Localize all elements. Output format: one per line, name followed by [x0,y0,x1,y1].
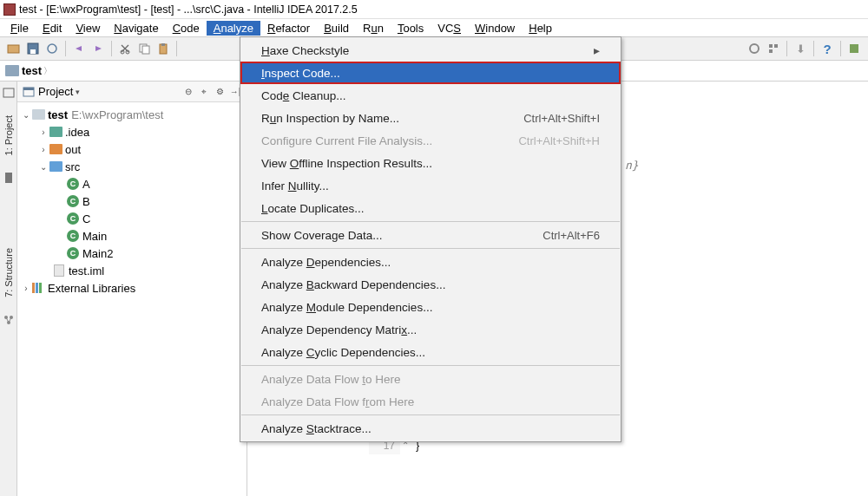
menu-refactor[interactable]: Refactor [260,21,317,36]
tree-node-class[interactable]: CA [17,175,247,193]
help-icon[interactable]: ? [819,40,836,57]
svg-rect-7 [142,46,149,54]
svg-rect-14 [850,44,858,53]
undo-icon[interactable] [70,40,88,57]
menu-code[interactable]: Code [166,21,207,36]
structure-tool-icon[interactable] [3,314,15,326]
left-gutter: 1: Project 7: Structure [0,82,17,496]
menu-edit[interactable]: Edit [36,21,69,36]
toolbar-separator [840,41,841,56]
folder-icon [49,127,62,137]
save-icon[interactable] [24,40,42,57]
toolbar-separator [786,41,787,56]
menu-item-infer-nullity[interactable]: Infer Nullity... [240,174,621,197]
menu-item-show-coverage[interactable]: Show Coverage Data...Ctrl+Alt+F6 [240,224,621,246]
tree-node-class[interactable]: CC [17,210,247,227]
svg-rect-15 [3,88,14,97]
menu-item-haxe-checkstyle[interactable]: Haxe Checkstyle▸ [240,39,621,62]
menu-file[interactable]: File [3,21,36,36]
window-title: test - [E:\wxProgram\test] - [test] - ..… [19,3,358,16]
shortcut-label: Ctrl+Alt+Shift+H [518,134,600,147]
tree-node-class[interactable]: CB [17,193,247,210]
toolbar-separator [111,41,112,56]
menu-run[interactable]: Run [356,21,391,36]
project-tab[interactable]: 1: Project [3,112,14,159]
expand-toggle[interactable]: › [38,127,49,137]
menu-item-data-flow-to: Analyze Data Flow to Here [240,368,621,390]
svg-point-10 [750,44,759,53]
expand-toggle[interactable]: › [21,284,31,293]
tree-label: B [82,195,90,208]
folder-icon [5,65,19,76]
settings-icon[interactable] [746,40,763,57]
menu-item-inspect-code[interactable]: Inspect Code... [240,62,621,84]
breadcrumb-item[interactable]: test [22,64,42,77]
paste-icon[interactable] [155,40,172,57]
tree-node-project-root[interactable]: ⌄ test E:\wxProgram\test [17,106,247,123]
structure-icon[interactable] [765,40,782,57]
file-icon [54,264,64,277]
menu-item-analyze-deps[interactable]: Analyze Dependencies... [240,251,621,273]
tree-node-out[interactable]: › out [17,140,247,158]
menu-window[interactable]: Window [468,21,522,36]
tree-node-class[interactable]: CMain [17,227,247,245]
tree-label: Main2 [82,247,113,260]
open-icon[interactable] [5,40,23,57]
submenu-arrow-icon: ▸ [594,43,600,57]
tree-node-class[interactable]: CMain2 [17,245,247,262]
menu-item-analyze-backward-deps[interactable]: Analyze Backward Dependencies... [240,273,621,296]
menu-tools[interactable]: Tools [391,21,431,36]
project-view-icon [23,86,35,98]
cut-icon[interactable] [116,40,134,57]
project-tool-icon[interactable] [3,87,15,99]
menu-item-run-inspection[interactable]: Run Inspection by Name...Ctrl+Alt+Shift+… [240,107,621,129]
tree-node-idea[interactable]: › .idea [17,123,247,140]
redo-icon[interactable] [89,40,107,57]
tree-node-external-libs[interactable]: › External Libraries [17,279,247,297]
tree-label: .idea [65,126,89,139]
chevron-right-icon: 〉 [43,65,52,77]
download-icon[interactable]: ⬇ [792,40,809,57]
menu-analyze[interactable]: Analyze [207,21,260,36]
menu-item-view-offline[interactable]: View Offline Inspection Results... [240,152,621,174]
copy-icon[interactable] [135,40,153,57]
library-icon [32,283,44,293]
menu-item-analyze-stacktrace[interactable]: Analyze Stacktrace... [240,417,621,440]
tree-node-file[interactable]: test.iml [17,262,247,279]
project-tree: ⌄ test E:\wxProgram\test › .idea › out ⌄… [17,102,247,300]
structure-tab[interactable]: 7: Structure [3,245,14,301]
class-icon: C [67,212,79,225]
sync-icon[interactable] [43,40,61,57]
menu-item-cyclic-deps[interactable]: Analyze Cyclic Dependencies... [240,341,621,363]
menubar: File Edit View Navigate Code Analyze Ref… [0,19,868,36]
menu-navigate[interactable]: Navigate [107,21,165,36]
menu-build[interactable]: Build [317,21,356,36]
chevron-down-icon[interactable]: ▾ [76,88,80,96]
tree-label: src [65,160,80,173]
project-header[interactable]: Project ▾ ⊖ ⌖ ⚙ →| [17,82,247,102]
plugin-icon[interactable] [845,40,863,57]
tree-label: External Libraries [48,282,135,295]
collapse-icon[interactable]: ⊖ [182,87,194,96]
title-bar: test - [E:\wxProgram\test] - [test] - ..… [0,0,868,19]
menu-vcs[interactable]: VCS [431,21,468,36]
menu-item-locate-duplicates[interactable]: Locate Duplicates... [240,197,621,219]
menu-view[interactable]: View [69,21,107,36]
menu-help[interactable]: Help [522,21,559,36]
expand-toggle[interactable]: ⌄ [21,110,31,120]
menu-item-analyze-module-deps[interactable]: Analyze Module Dependencies... [240,296,621,318]
tree-path: E:\wxProgram\test [71,108,163,121]
menu-item-data-flow-from: Analyze Data Flow from Here [240,390,621,413]
tree-label: C [82,212,90,225]
expand-toggle[interactable]: › [38,145,49,154]
locate-icon[interactable]: ⌖ [198,87,210,97]
tree-node-src[interactable]: ⌄ src [17,158,247,175]
menu-item-code-cleanup[interactable]: Code Cleanup... [240,84,621,107]
bookmark-icon[interactable] [3,172,15,184]
gear-icon[interactable]: ⚙ [214,87,226,96]
menu-item-dependency-matrix[interactable]: Analyze Dependency Matrix... [240,318,621,341]
class-icon: C [67,230,79,242]
expand-toggle[interactable]: ⌄ [38,162,49,172]
code-hint: n} [625,159,639,172]
toolbar-separator [65,41,66,56]
